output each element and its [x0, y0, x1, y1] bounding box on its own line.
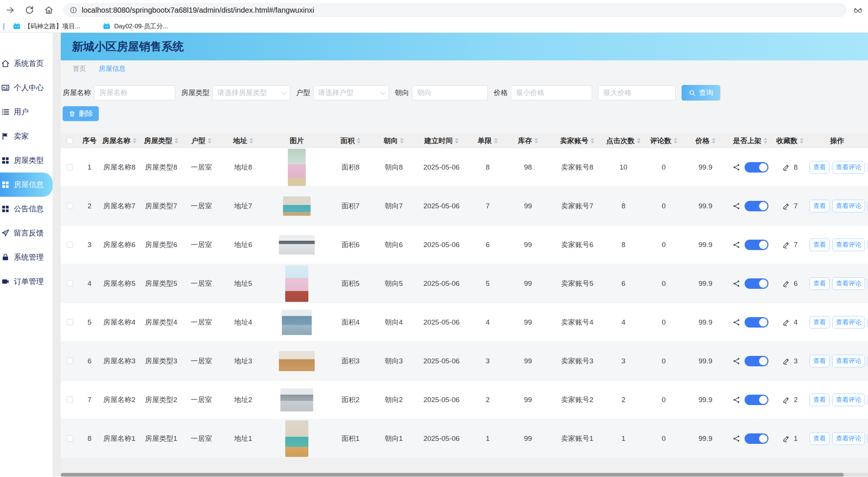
shelf-toggle[interactable]: [745, 162, 768, 173]
row-checkbox[interactable]: [67, 358, 73, 364]
sort-carets-icon[interactable]: [494, 138, 498, 143]
column-header-area[interactable]: 面积: [327, 136, 374, 146]
shelf-toggle[interactable]: [745, 201, 768, 211]
view-comments-button[interactable]: 查看评论: [832, 394, 865, 406]
row-checkbox[interactable]: [67, 435, 73, 442]
breadcrumb-item[interactable]: 房屋信息: [99, 64, 126, 73]
view-comments-button[interactable]: 查看评论: [832, 277, 865, 290]
edit-icon[interactable]: [782, 396, 790, 404]
price-min-input[interactable]: [511, 85, 592, 100]
sort-carets-icon[interactable]: [208, 138, 211, 143]
column-header-favorites[interactable]: 收藏数: [774, 136, 806, 146]
view-button[interactable]: 查看: [809, 277, 830, 290]
sidebar-item-系统首页[interactable]: 系统首页: [0, 51, 53, 76]
house-photo-blue-house-exterior[interactable]: [282, 310, 312, 335]
sort-carets-icon[interactable]: [674, 138, 677, 143]
shelf-toggle[interactable]: [745, 356, 768, 366]
column-header-clicks[interactable]: 点击次数: [604, 136, 643, 146]
sidebar-item-房屋信息[interactable]: 房屋信息: [0, 173, 53, 197]
house-photo-wooden-floor-room[interactable]: [279, 351, 315, 371]
column-header-stock[interactable]: 库存: [506, 136, 550, 146]
sidebar-item-留言反馈[interactable]: 留言反馈: [0, 221, 53, 245]
column-header-type[interactable]: 房屋类型: [139, 136, 183, 146]
shelf-toggle[interactable]: [745, 317, 768, 328]
url-text[interactable]: localhost:8080/springbootx7a68l19/admin/…: [82, 6, 314, 15]
house-photo-pink-bedroom[interactable]: [288, 149, 306, 186]
row-checkbox[interactable]: [67, 241, 73, 248]
share-icon[interactable]: [732, 163, 740, 171]
shelf-toggle[interactable]: [745, 395, 768, 405]
shelf-toggle[interactable]: [745, 433, 768, 444]
view-button[interactable]: 查看: [809, 432, 830, 445]
price-max-input[interactable]: [598, 85, 676, 100]
house-photo-pink-room-window[interactable]: [285, 265, 308, 302]
view-comments-button[interactable]: 查看评论: [832, 432, 865, 445]
column-header-huxing[interactable]: 户型: [183, 136, 219, 146]
view-comments-button[interactable]: 查看评论: [832, 238, 865, 251]
view-comments-button[interactable]: 查看评论: [832, 200, 865, 212]
sort-carets-icon[interactable]: [591, 138, 594, 143]
edit-icon[interactable]: [782, 357, 790, 365]
sort-carets-icon[interactable]: [800, 138, 803, 143]
side-panel-pin-icon[interactable]: [3, 23, 4, 30]
share-icon[interactable]: [732, 241, 740, 249]
sort-carets-icon[interactable]: [357, 138, 361, 143]
select-all-checkbox[interactable]: [67, 138, 73, 144]
sort-carets-icon[interactable]: [534, 138, 538, 143]
sort-carets-icon[interactable]: [455, 138, 459, 143]
edit-icon[interactable]: [782, 163, 790, 171]
column-header-orientation[interactable]: 朝向: [374, 136, 413, 146]
shelf-toggle[interactable]: [745, 278, 768, 289]
breadcrumb-item[interactable]: 首页: [73, 64, 86, 73]
sidebar-item-房屋类型[interactable]: 房屋类型: [0, 148, 53, 173]
view-button[interactable]: 查看: [809, 161, 830, 174]
view-comments-button[interactable]: 查看评论: [832, 161, 865, 174]
horizontal-scrollbar[interactable]: [61, 473, 868, 477]
share-icon[interactable]: [732, 435, 740, 443]
sort-carets-icon[interactable]: [133, 138, 136, 143]
sort-carets-icon[interactable]: [400, 138, 404, 143]
bookmark-item[interactable]: 【码神之路】项目...: [13, 22, 80, 31]
row-checkbox[interactable]: [67, 203, 73, 209]
edit-icon[interactable]: [782, 318, 790, 326]
huxing-filter-select[interactable]: 请选择户型: [313, 85, 389, 100]
house-photo-teal-sofa-living-room[interactable]: [285, 420, 308, 457]
view-comments-button[interactable]: 查看评论: [832, 355, 865, 367]
edit-icon[interactable]: [782, 279, 790, 288]
row-checkbox[interactable]: [67, 397, 73, 403]
row-checkbox[interactable]: [67, 164, 73, 170]
view-button[interactable]: 查看: [809, 394, 830, 406]
address-bar[interactable]: localhost:8080/springbootx7a68l19/admin/…: [63, 3, 846, 17]
share-icon[interactable]: [732, 279, 740, 288]
edit-icon[interactable]: [782, 435, 790, 443]
view-button[interactable]: 查看: [809, 355, 830, 367]
sidebar-item-系统管理[interactable]: 系统管理: [0, 245, 53, 269]
share-icon[interactable]: [732, 318, 740, 326]
share-icon[interactable]: [732, 202, 740, 210]
bulk-delete-button[interactable]: 删除: [63, 106, 99, 121]
reload-icon[interactable]: [25, 5, 34, 15]
share-icon[interactable]: [732, 357, 740, 365]
column-header-address[interactable]: 地址: [219, 136, 267, 146]
sidebar-item-用户[interactable]: 用户: [0, 100, 53, 124]
sort-carets-icon[interactable]: [249, 138, 253, 143]
house-photo-gray-house-exterior[interactable]: [280, 388, 313, 411]
view-comments-button[interactable]: 查看评论: [832, 316, 865, 329]
sort-carets-icon[interactable]: [764, 138, 767, 143]
shelf-toggle[interactable]: [745, 240, 768, 250]
row-checkbox[interactable]: [67, 319, 73, 325]
search-button[interactable]: 查询: [682, 85, 720, 101]
sort-carets-icon[interactable]: [637, 138, 641, 143]
column-header-date[interactable]: 建立时间: [413, 136, 470, 146]
edit-icon[interactable]: [782, 202, 790, 210]
column-header-shelf[interactable]: 是否上架: [726, 136, 774, 146]
sidebar-item-卖家[interactable]: 卖家: [0, 124, 53, 148]
column-header-seller[interactable]: 卖家账号: [550, 136, 604, 146]
reading-mode-icon[interactable]: [853, 5, 863, 15]
sidebar-item-公告信息[interactable]: 公告信息: [0, 197, 53, 221]
share-icon[interactable]: [732, 396, 740, 404]
row-checkbox[interactable]: [67, 280, 73, 287]
forward-icon[interactable]: [5, 5, 15, 15]
view-button[interactable]: 查看: [809, 316, 830, 329]
site-info-icon[interactable]: [70, 6, 77, 14]
